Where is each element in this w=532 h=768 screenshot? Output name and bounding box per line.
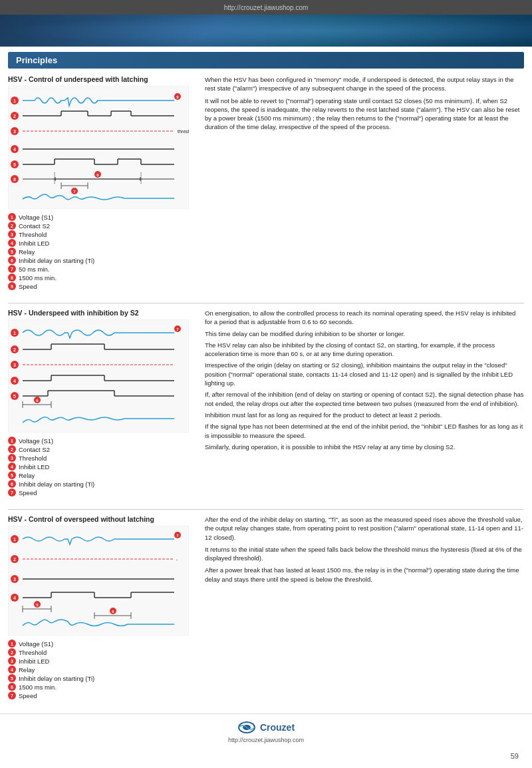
svg-rect-0 xyxy=(8,86,189,209)
svg-text:2: 2 xyxy=(13,557,16,562)
divider2 xyxy=(8,509,524,510)
legend1-bullet1: 1 xyxy=(8,213,16,221)
crouzet-logo-icon xyxy=(237,721,256,734)
footer: Crouzet http://crouzet.jiawushop.com xyxy=(0,713,532,750)
section3-legend: 1 Voltage (S1) 2 Threshold 3 Inhibit LED… xyxy=(8,640,194,699)
section2-title: HSV - Underspeed with inhibition by S2 xyxy=(8,309,194,317)
footer-url: http://crouzet.jiawushop.com xyxy=(7,737,525,743)
legend1-item7: 7 50 ms min. xyxy=(8,265,194,273)
section3-description: After the end of the inhibit delay on st… xyxy=(205,515,524,542)
legend1-bullet2: 2 xyxy=(8,222,16,230)
footer-logo-text: Crouzet xyxy=(260,722,295,733)
svg-text:3: 3 xyxy=(13,363,16,367)
legend1-bullet5: 5 xyxy=(8,248,16,256)
section3-title: HSV - Control of overspeed without latch… xyxy=(8,515,194,523)
legend1-item3: 3 Threshold xyxy=(8,230,194,238)
legend3-item1: 1 Voltage (S1) xyxy=(8,640,194,648)
diagram3-svg: 1 2 3 4 - xyxy=(8,526,189,636)
legend3-label2: Threshold xyxy=(19,649,47,656)
header-banner xyxy=(0,15,532,47)
legend3-label5: Inhibit delay on starting (Ti) xyxy=(19,675,94,682)
legend1-label9: Speed xyxy=(19,283,37,290)
legend3-label1: Voltage (S1) xyxy=(19,640,53,648)
legend2-item7: 7 Speed xyxy=(8,488,194,496)
legend1-bullet6: 6 xyxy=(8,256,16,264)
svg-text:4: 4 xyxy=(13,379,16,383)
legend1-label5: Relay xyxy=(19,248,35,256)
top-url-bar: http://crouzet.jiawushop.com xyxy=(0,0,532,15)
legend1-item5: 5 Relay xyxy=(8,248,194,256)
legend3-label7: Speed xyxy=(19,692,37,699)
legend1-item2: 2 Contact S2 xyxy=(8,222,194,230)
diagram1: 1 2 3 4 5 8 xyxy=(8,86,194,210)
legend1-item9: 9 Speed xyxy=(8,282,194,290)
svg-text:5: 5 xyxy=(13,394,16,399)
legend3-item2: 2 Threshold xyxy=(8,648,194,656)
legend1-label6: Inhibit delay on starting (Ti) xyxy=(19,257,94,264)
section1-title: HSV - Control of underspeed with latchin… xyxy=(8,75,194,83)
section3-row: HSV - Control of overspeed without latch… xyxy=(8,515,524,700)
svg-text:5: 5 xyxy=(13,162,16,167)
legend2-label1: Voltage (S1) xyxy=(19,437,53,445)
svg-text:threshold: threshold xyxy=(178,129,189,134)
legend2-label5: Relay xyxy=(19,472,35,479)
top-url-text: http://crouzet.jiawushop.com xyxy=(224,4,309,11)
page-number: 59 xyxy=(511,752,519,760)
section2-right: On energisation, to allow the controlled… xyxy=(205,309,524,497)
legend1-bullet9: 9 xyxy=(8,282,16,290)
legend1-item6: 6 Inhibit delay on starting (Ti) xyxy=(8,256,194,264)
section2-legend: 1 Voltage (S1) 2 Contact S2 3 Threshold … xyxy=(8,437,194,496)
principles-section-header: Principles xyxy=(8,52,524,69)
legend2-item5: 5 Relay xyxy=(8,471,194,479)
legend1-item1: 1 Voltage (S1) xyxy=(8,213,194,221)
svg-text:3: 3 xyxy=(13,577,16,582)
legend1-bullet4: 4 xyxy=(8,239,16,247)
legend3-item3: 3 Inhibit LED xyxy=(8,657,194,665)
legend3-label6: 1500 ms min. xyxy=(19,683,57,691)
section1-row: HSV - Control of underspeed with latchin… xyxy=(8,75,524,291)
legend3-item6: 6 1500 ms min. xyxy=(8,683,194,691)
legend1-label3: Threshold xyxy=(19,231,47,238)
legend3-label3: Inhibit LED xyxy=(19,658,49,665)
legend1-bullet7: 7 xyxy=(8,265,16,273)
legend2-label4: Inhibit LED xyxy=(19,463,49,471)
diagram3: 1 2 3 4 - xyxy=(8,526,194,637)
svg-rect-49 xyxy=(8,319,189,433)
svg-text:1: 1 xyxy=(13,537,16,542)
legend2-label6: Inhibit delay on starting (Ti) xyxy=(19,480,94,488)
legend2-item6: 6 Inhibit delay on starting (Ti) xyxy=(8,480,194,488)
svg-text:4: 4 xyxy=(13,596,16,600)
svg-text:2: 2 xyxy=(13,114,16,118)
section3-left: HSV - Control of overspeed without latch… xyxy=(8,515,194,700)
section1-left: HSV - Control of underspeed with latchin… xyxy=(8,75,194,291)
legend1-label1: Voltage (S1) xyxy=(19,214,53,221)
legend2-label3: Threshold xyxy=(19,455,47,462)
legend1-label8: 1500 ms min. xyxy=(19,274,57,282)
section2-row: HSV - Underspeed with inhibition by S2 1… xyxy=(8,309,524,497)
legend1-label4: Inhibit LED xyxy=(19,240,49,247)
section1-legend: 1 Voltage (S1) 2 Contact S2 3 Threshold … xyxy=(8,213,194,290)
legend3-item7: 7 Speed xyxy=(8,691,194,699)
svg-text:8: 8 xyxy=(13,177,16,182)
section2-description: On energisation, to allow the controlled… xyxy=(205,309,524,327)
svg-text:1: 1 xyxy=(13,331,16,335)
legend1-bullet3: 3 xyxy=(8,230,16,238)
section1-description2: It will not be able to revert to ("norma… xyxy=(205,96,524,132)
principles-title: Principles xyxy=(16,55,516,65)
diagram1-svg: 1 2 3 4 5 8 xyxy=(8,86,189,209)
legend2-item4: 4 Inhibit LED xyxy=(8,463,194,471)
section2-left: HSV - Underspeed with inhibition by S2 1… xyxy=(8,309,194,497)
legend2-label2: Contact S2 xyxy=(19,446,50,453)
legend2-item2: 2 Contact S2 xyxy=(8,445,194,453)
svg-text:3: 3 xyxy=(13,129,16,134)
legend1-item4: 4 Inhibit LED xyxy=(8,239,194,247)
legend2-label7: Speed xyxy=(19,489,37,496)
svg-text:2: 2 xyxy=(13,347,16,352)
section1-description: When the HSV has been configured in "mem… xyxy=(205,75,524,93)
diagram2-svg: 1 2 3 4 5 xyxy=(8,319,189,433)
legend1-bullet8: 8 xyxy=(8,274,16,282)
svg-text:1: 1 xyxy=(13,98,16,103)
main-content: HSV - Control of underspeed with latchin… xyxy=(0,75,532,700)
footer-logo-area: Crouzet xyxy=(7,721,525,734)
legend3-label4: Relay xyxy=(19,666,35,673)
